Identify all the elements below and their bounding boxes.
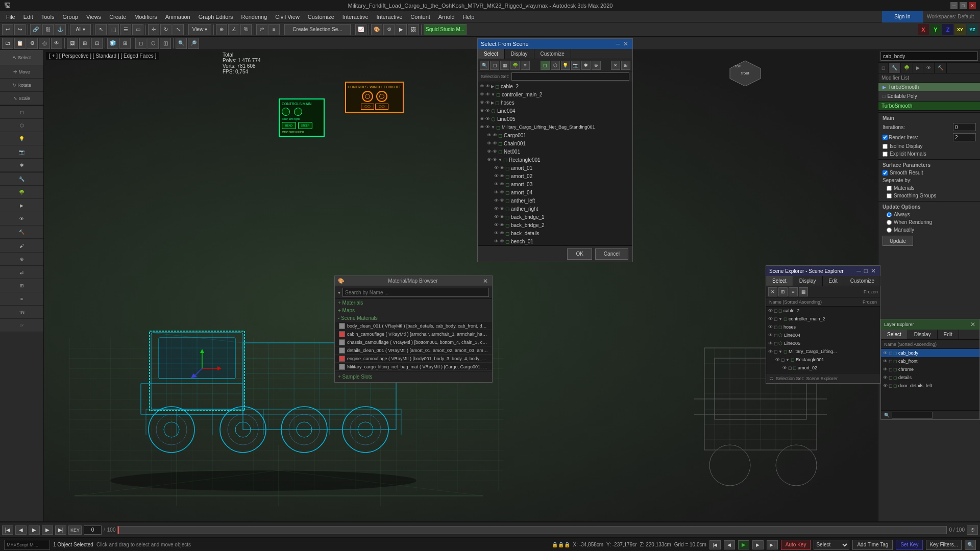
scene-exp-minimize[interactable]: ─: [855, 267, 862, 274]
menu-create[interactable]: Create: [105, 13, 130, 21]
scene-explorer-btn[interactable]: 🗂: [2, 38, 13, 49]
scene-toolbar-btn2[interactable]: ◻: [490, 61, 499, 70]
select-filter-dropdown[interactable]: All ▾: [70, 24, 91, 35]
menu-arnold[interactable]: Arnold: [434, 13, 459, 21]
menu-interactive[interactable]: Interactive: [373, 13, 407, 21]
edge-face-btn[interactable]: ⬡: [148, 38, 159, 49]
scene-filter-light[interactable]: 💡: [561, 61, 570, 70]
scene-exp-tab-customize[interactable]: Customize: [844, 276, 881, 286]
bind-btn[interactable]: ⚓: [55, 24, 66, 35]
zoom-all-btn[interactable]: 🔎: [188, 38, 199, 49]
render-iters-checkbox[interactable]: [883, 135, 888, 140]
smoothing-groups-checkbox[interactable]: [887, 193, 892, 198]
menu-content[interactable]: Content: [406, 13, 434, 21]
scene-toolbar-btn1[interactable]: 🔍: [480, 61, 489, 70]
se-controller[interactable]: 👁◻ ▼ ◻ controller_main_2: [766, 315, 880, 323]
undo-btn[interactable]: ↩: [2, 24, 13, 35]
scene-exp-toolbar-btn1[interactable]: ✕: [768, 287, 777, 296]
mat-item-chassis-camo[interactable]: chassis_camouflage ( VRayMtl ) [bottom00…: [335, 338, 492, 346]
se-hoses[interactable]: 👁◻ ◻ hoses: [766, 323, 880, 331]
tree-back-bridge1[interactable]: 👁👁 ◻ back_bridge_1: [478, 213, 632, 221]
search-btn[interactable]: 🔍: [965, 540, 976, 550]
menu-animation[interactable]: Animation: [161, 13, 194, 21]
object-display-btn[interactable]: ◻: [135, 38, 146, 49]
next-key-btn[interactable]: ▶|: [767, 540, 778, 549]
key-mode-btn[interactable]: KEY: [68, 525, 82, 535]
create-geometry-btn[interactable]: ◻: [0, 106, 43, 119]
go-end-btn[interactable]: ▶|: [55, 525, 66, 535]
tab-display[interactable]: 👁: [923, 63, 935, 73]
layer-tab-select[interactable]: Select: [881, 330, 908, 339]
select-scene-minimize[interactable]: ─: [615, 40, 621, 47]
layer-exp-tree[interactable]: 👁◻ ◻ cab_body 👁◻ ◻ cab_front 👁◻ ◻ chrome…: [881, 349, 979, 410]
menu-edit[interactable]: Edit: [19, 13, 37, 21]
redo-btn[interactable]: ↪: [14, 24, 26, 35]
render-btn[interactable]: ▶: [396, 24, 407, 35]
snap-btn[interactable]: ⊕: [0, 253, 43, 266]
maximize-btn[interactable]: □: [960, 2, 967, 9]
axis-yz-btn[interactable]: YZ: [967, 24, 978, 35]
scene-exp-maximize[interactable]: □: [863, 267, 869, 274]
tree-cargo001[interactable]: 👁👁 ◻ Cargo001: [478, 131, 632, 139]
menu-file[interactable]: File: [2, 13, 19, 21]
create-selection-btn[interactable]: Create Selection Se...: [284, 24, 351, 35]
layer-explorer-btn[interactable]: 📋: [14, 38, 26, 49]
time-config-btn[interactable]: ⏱: [967, 525, 978, 535]
material-editor-btn[interactable]: 🎨: [371, 24, 382, 35]
se-amort02[interactable]: 👁◻ ◻ amort_02: [766, 364, 880, 372]
layer-tab-edit[interactable]: Edit: [938, 330, 959, 339]
smooth-result-checkbox[interactable]: [883, 170, 888, 176]
percent-snap-btn[interactable]: %: [240, 24, 252, 35]
menu-modifiers[interactable]: Modifiers: [130, 13, 161, 21]
utilities-btn[interactable]: 🔨: [0, 226, 43, 239]
paint-btn[interactable]: 🖌: [0, 239, 43, 253]
mat-item-details-clean[interactable]: details_clean_001 ( VRayMtl ) [amort_01,…: [335, 346, 492, 355]
se-rectangle001[interactable]: 👁◻ ▼ ◻ Rectangle001: [766, 356, 880, 364]
rect-select-btn[interactable]: ▭: [132, 24, 143, 35]
align-btn2[interactable]: ≡: [0, 292, 43, 306]
tree-line005[interactable]: 👁👁 ⬡ Line005: [478, 115, 632, 123]
layer-door-details-left[interactable]: 👁◻ ◻ door_details_left: [881, 382, 979, 390]
tree-rectangle001[interactable]: 👁👁 ▼ ◻ Rectangle001: [478, 156, 632, 164]
scale-btn[interactable]: ⤡: [173, 24, 184, 35]
tree-cable2[interactable]: 👁👁 ▶ ◻ cable_2: [478, 82, 632, 90]
layer-cab-front[interactable]: 👁◻ ◻ cab_front: [881, 357, 979, 365]
modifier-turbosimooth[interactable]: ▶ TurboSmooth: [878, 83, 980, 92]
layer-tab-display[interactable]: Display: [908, 330, 938, 339]
scene-filter-cam[interactable]: 📷: [571, 61, 580, 70]
zoom-btn[interactable]: 🔍: [176, 38, 187, 49]
play-anim-btn[interactable]: ▶: [738, 540, 749, 549]
move-btn[interactable]: ✛: [148, 24, 159, 35]
scene-toolbar-btn5[interactable]: ≡: [521, 61, 530, 70]
curve-editor-btn[interactable]: 📈: [355, 24, 366, 35]
render-setup-btn[interactable]: ⚙: [383, 24, 395, 35]
menu-views[interactable]: Views: [82, 13, 105, 21]
unlink-btn[interactable]: ⛓: [42, 24, 54, 35]
mirror-btn[interactable]: ⇌: [256, 24, 267, 35]
ok-button[interactable]: OK: [567, 248, 592, 260]
select-scene-close[interactable]: ✕: [622, 40, 629, 47]
rotate-tool-btn[interactable]: ↻ Rotate: [0, 79, 43, 92]
properties-btn[interactable]: ⚙: [27, 38, 38, 49]
render-viewport-btn[interactable]: 🖼: [67, 38, 78, 49]
snap-toggle-btn[interactable]: ⊕: [216, 24, 227, 35]
always-radio[interactable]: [887, 212, 892, 217]
viewport-config-btn[interactable]: ⊞: [79, 38, 90, 49]
tab-select[interactable]: Select: [478, 49, 505, 59]
layer-exp-search[interactable]: [892, 412, 933, 419]
tree-net001[interactable]: 👁👁 ◻ Net001: [478, 147, 632, 156]
tab-modify[interactable]: 🔧: [889, 63, 901, 73]
move-tool-btn[interactable]: ✛ Move: [0, 65, 43, 79]
scene-filter-geo[interactable]: ◻: [541, 61, 550, 70]
axis-x-btn[interactable]: X: [918, 24, 929, 35]
view-cube-btn[interactable]: 🧊: [107, 38, 118, 49]
when-rendering-radio[interactable]: [887, 220, 892, 225]
view-cube-svg[interactable]: front TOP: [727, 58, 763, 86]
tab-motion[interactable]: ▶: [913, 63, 923, 73]
tree-amort01[interactable]: 👁👁 ◻ amort_01: [478, 164, 632, 172]
tab-utilities[interactable]: 🔨: [935, 63, 947, 73]
selection-set-input[interactable]: [511, 72, 629, 81]
iterations-input[interactable]: [953, 123, 976, 131]
se-line004[interactable]: 👁◻ ⬡ Line004: [766, 331, 880, 339]
cancel-button[interactable]: Cancel: [595, 248, 628, 260]
